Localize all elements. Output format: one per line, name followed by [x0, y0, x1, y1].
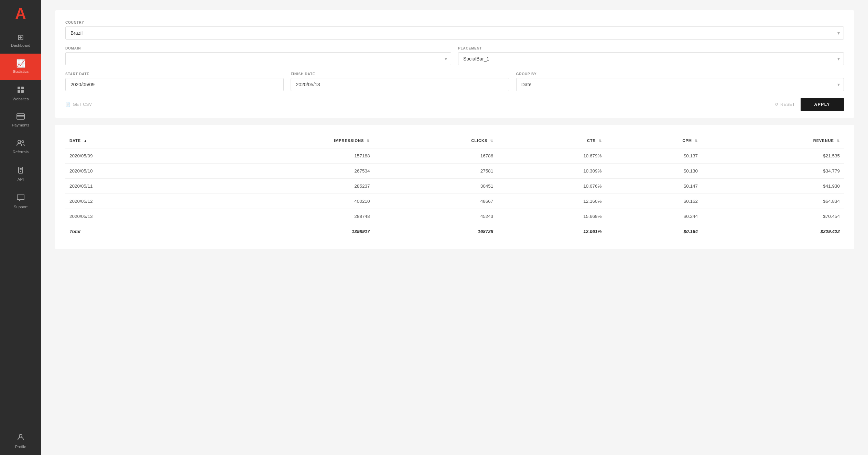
cell-ctr: 10.309%: [497, 164, 606, 179]
cell-cpm: $0.137: [606, 148, 702, 164]
cell-clicks: 48667: [374, 194, 497, 209]
group-by-filter-group: GROUP BY Date Country Domain: [516, 72, 844, 91]
sidebar-item-support[interactable]: Support: [0, 188, 41, 215]
finish-date-label: FINISH DATE: [291, 72, 509, 76]
get-csv-button[interactable]: 📄 GET CSV: [65, 99, 92, 110]
referrals-icon: [17, 140, 25, 148]
cell-revenue: $21.535: [702, 148, 844, 164]
svg-rect-0: [18, 87, 20, 89]
cell-date: 2020/05/09: [65, 148, 194, 164]
group-by-select[interactable]: Date Country Domain: [516, 78, 844, 91]
table-header: DATE ▲ IMPRESSIONS ⇅ CLICKS ⇅ CTR ⇅: [65, 135, 844, 148]
cell-ctr: 15.669%: [497, 209, 606, 224]
csv-icon: 📄: [65, 102, 71, 107]
country-select[interactable]: Brazil United States Germany: [65, 26, 844, 40]
domain-label: DOMAIN: [65, 46, 451, 50]
filter-row-dates-groupby: START DATE 2020/05/09 FINISH DATE 2020/0…: [65, 72, 844, 91]
country-select-wrapper: Brazil United States Germany: [65, 26, 844, 40]
sidebar-item-payments[interactable]: Payments: [0, 107, 41, 133]
cell-ctr: 12.160%: [497, 194, 606, 209]
table-row: 2020/05/124002104866712.160%$0.162$64.83…: [65, 194, 844, 209]
sidebar-item-api[interactable]: API: [0, 160, 41, 188]
profile-icon: [17, 433, 25, 443]
cell-impressions: 285237: [194, 179, 374, 194]
cell-cpm: $0.130: [606, 164, 702, 179]
group-by-select-wrapper: Date Country Domain: [516, 78, 844, 91]
svg-point-7: [22, 141, 24, 143]
sidebar-item-dashboard[interactable]: ⊞ Dashboard: [0, 27, 41, 54]
cell-revenue: $41.930: [702, 179, 844, 194]
sidebar-item-label: Dashboard: [11, 43, 30, 47]
reset-button[interactable]: ↺ RESET: [775, 99, 795, 110]
col-clicks[interactable]: CLICKS ⇅: [374, 135, 497, 148]
total-row: Total139891716872812.061%$0.164$229.422: [65, 224, 844, 239]
finish-date-input[interactable]: 2020/05/13: [291, 78, 509, 91]
sidebar-item-referrals[interactable]: Referrals: [0, 133, 41, 160]
cell-clicks: 45243: [374, 209, 497, 224]
sidebar: A ⊞ Dashboard 📈 Statistics Websites Paym…: [0, 0, 41, 455]
sidebar-item-profile[interactable]: Profile: [0, 427, 41, 455]
cell-revenue: $70.454: [702, 209, 844, 224]
svg-rect-2: [18, 90, 20, 93]
placement-label: PLACEMENT: [458, 46, 844, 50]
total-impressions: 1398917: [194, 224, 374, 239]
domain-select[interactable]: [65, 52, 451, 65]
start-date-input[interactable]: 2020/05/09: [65, 78, 284, 91]
total-revenue: $229.422: [702, 224, 844, 239]
filter-actions-row: 📄 GET CSV ↺ RESET APPLY: [65, 98, 844, 111]
svg-rect-9: [20, 168, 22, 169]
start-date-filter-group: START DATE 2020/05/09: [65, 72, 284, 91]
svg-rect-10: [20, 169, 22, 170]
total-clicks: 168728: [374, 224, 497, 239]
cell-clicks: 27581: [374, 164, 497, 179]
apply-button[interactable]: APPLY: [801, 98, 844, 111]
country-filter-group: COUNTRY Brazil United States Germany: [65, 21, 844, 40]
sidebar-item-label: Profile: [15, 445, 26, 449]
table-row: 2020/05/132887484524315.669%$0.244$70.45…: [65, 209, 844, 224]
cell-clicks: 16786: [374, 148, 497, 164]
filter-row-country: COUNTRY Brazil United States Germany: [65, 21, 844, 40]
cell-date: 2020/05/11: [65, 179, 194, 194]
sidebar-item-websites[interactable]: Websites: [0, 80, 41, 107]
svg-rect-5: [17, 115, 24, 116]
cell-cpm: $0.244: [606, 209, 702, 224]
total-ctr: 12.061%: [497, 224, 606, 239]
csv-label: GET CSV: [73, 102, 92, 107]
cell-ctr: 10.676%: [497, 179, 606, 194]
cell-clicks: 30451: [374, 179, 497, 194]
domain-filter-group: DOMAIN: [65, 46, 451, 65]
table-row: 2020/05/112852373045110.676%$0.147$41.93…: [65, 179, 844, 194]
logo-letter: A: [15, 5, 26, 22]
sort-icon: ⇅: [490, 139, 493, 143]
cell-date: 2020/05/12: [65, 194, 194, 209]
col-revenue[interactable]: REVENUE ⇅: [702, 135, 844, 148]
sidebar-item-label: Support: [14, 205, 28, 209]
svg-rect-1: [21, 87, 24, 89]
col-cpm[interactable]: CPM ⇅: [606, 135, 702, 148]
svg-point-12: [19, 434, 22, 437]
col-date[interactable]: DATE ▲: [65, 135, 194, 148]
cell-date: 2020/05/13: [65, 209, 194, 224]
cell-impressions: 400210: [194, 194, 374, 209]
api-icon: [17, 166, 24, 175]
table-section: DATE ▲ IMPRESSIONS ⇅ CLICKS ⇅ CTR ⇅: [55, 125, 854, 249]
table-body: 2020/05/091571881678610.679%$0.137$21.53…: [65, 148, 844, 239]
cell-ctr: 10.679%: [497, 148, 606, 164]
col-impressions[interactable]: IMPRESSIONS ⇅: [194, 135, 374, 148]
statistics-table: DATE ▲ IMPRESSIONS ⇅ CLICKS ⇅ CTR ⇅: [65, 135, 844, 239]
filter-row-domain-placement: DOMAIN PLACEMENT SocialBar_1 SocialBar_2…: [65, 46, 844, 65]
table-row: 2020/05/102675342758110.309%$0.130$34.77…: [65, 164, 844, 179]
col-ctr[interactable]: CTR ⇅: [497, 135, 606, 148]
support-icon: [17, 194, 25, 203]
svg-point-11: [20, 171, 21, 172]
reset-label: RESET: [780, 102, 795, 107]
sidebar-item-label: Payments: [12, 123, 29, 127]
placement-select[interactable]: SocialBar_1 SocialBar_2 Banner_1: [458, 52, 844, 65]
sort-icon: ⇅: [695, 139, 698, 143]
cell-date: 2020/05/10: [65, 164, 194, 179]
sidebar-logo: A: [0, 0, 41, 27]
group-by-label: GROUP BY: [516, 72, 844, 76]
sidebar-item-label: API: [18, 177, 24, 181]
cell-revenue: $34.779: [702, 164, 844, 179]
sidebar-item-statistics[interactable]: 📈 Statistics: [0, 54, 41, 80]
